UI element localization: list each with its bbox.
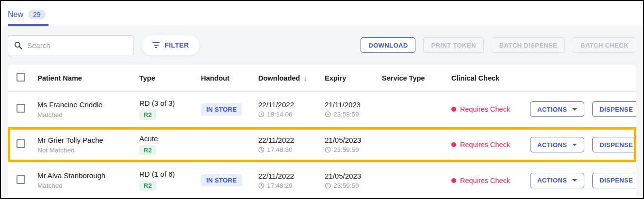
patient-name: Ms Francine Criddle <box>37 100 139 109</box>
print-token-button: PRINT TOKEN <box>423 37 483 53</box>
row-checkbox[interactable] <box>17 139 25 148</box>
expiry-time: 23:59:59 <box>333 111 359 118</box>
tab-bar: New 29 <box>1 1 643 26</box>
chevron-down-icon <box>572 144 577 146</box>
batch-check-button: BATCH CHECK <box>573 37 636 53</box>
clock-icon <box>325 111 331 117</box>
prescriptions-screen: New 29 FILTER DOWNLOAD PRINT TOKEN BATCH… <box>0 0 644 199</box>
sort-descending-icon[interactable]: ↓ <box>303 74 307 82</box>
column-header-type: Type <box>139 74 201 82</box>
downloaded-time: 18:14:06 <box>267 111 293 118</box>
type-badge: R2 <box>139 145 156 155</box>
prescription-type: RD (3 of 3) <box>139 99 201 107</box>
row-checkbox[interactable] <box>17 104 25 113</box>
match-status: Matched <box>37 182 139 189</box>
downloaded-date: 22/11/2022 <box>258 172 325 180</box>
actions-button[interactable]: ACTIONS <box>530 137 584 152</box>
patient-name: Mr Grier Tolly Pache <box>37 136 139 144</box>
table-row[interactable]: Ms Francine Criddle Matched RD (3 of 3) … <box>8 92 636 127</box>
clock-icon <box>325 147 331 153</box>
status-dot-icon <box>451 107 456 112</box>
status-dot-icon <box>451 142 456 147</box>
filter-button-label: FILTER <box>165 41 189 49</box>
search-input[interactable] <box>27 41 127 50</box>
column-header-patient-name: Patient Name <box>31 74 139 82</box>
clock-icon <box>258 147 264 153</box>
column-header-downloaded[interactable]: Downloaded↓ <box>258 74 325 82</box>
downloaded-time: 17:48:29 <box>267 182 293 189</box>
prescription-type: Acute <box>139 134 201 143</box>
search-box[interactable] <box>8 35 133 55</box>
dispense-button[interactable]: DISPENSE <box>592 137 636 152</box>
chevron-down-icon <box>572 108 577 111</box>
clock-icon <box>258 182 264 189</box>
table-row[interactable]: Mr Grier Tolly Pache Not Matched Acute R… <box>8 127 636 163</box>
handout-badge: IN STORE <box>201 103 242 116</box>
expiry-time: 23:59:59 <box>333 182 359 189</box>
status-dot-icon <box>451 178 456 183</box>
actions-button[interactable]: ACTIONS <box>530 173 584 188</box>
handout-badge: IN STORE <box>201 174 242 186</box>
column-header-expiry: Expiry <box>325 74 382 82</box>
dispense-button[interactable]: DISPENSE <box>592 173 636 188</box>
row-checkbox[interactable] <box>17 175 25 184</box>
downloaded-date: 22/11/2022 <box>258 100 325 109</box>
batch-dispense-button: BATCH DISPENSE <box>492 37 565 53</box>
toolbar: FILTER DOWNLOAD PRINT TOKEN BATCH DISPEN… <box>1 26 643 65</box>
downloaded-time: 17:48:30 <box>267 146 293 153</box>
clock-icon <box>325 182 331 189</box>
chevron-down-icon <box>572 179 577 182</box>
column-header-service-type: Service Type <box>382 74 451 82</box>
filter-button[interactable]: FILTER <box>142 35 199 55</box>
prescription-type: RD (1 of 6) <box>139 170 201 178</box>
match-status: Not Matched <box>37 147 139 154</box>
tab-new[interactable]: New 29 <box>8 4 49 26</box>
expiry-date: 21/05/2023 <box>325 172 382 180</box>
clinical-check-status: Requires Check <box>460 177 510 184</box>
clock-icon <box>258 111 264 117</box>
downloaded-date: 22/11/2022 <box>258 136 325 144</box>
tab-new-label: New <box>8 10 23 19</box>
prescriptions-table: Patient Name Type Handout Downloaded↓ Ex… <box>8 65 636 198</box>
search-icon <box>14 41 22 50</box>
patient-name: Mr Alva Stanborough <box>37 171 139 180</box>
select-all-checkbox[interactable] <box>17 73 25 82</box>
clinical-check-status: Requires Check <box>460 141 510 149</box>
dispense-button[interactable]: DISPENSE <box>592 101 636 117</box>
column-header-clinical-check: Clinical Check <box>451 74 530 82</box>
match-status: Matched <box>37 111 139 118</box>
actions-button[interactable]: ACTIONS <box>530 101 584 117</box>
column-header-handout: Handout <box>201 74 258 82</box>
expiry-date: 21/05/2023 <box>325 136 382 144</box>
table-row[interactable]: Mr Alva Stanborough Matched RD (1 of 6) … <box>8 163 636 198</box>
table-header-row: Patient Name Type Handout Downloaded↓ Ex… <box>8 65 636 92</box>
tab-new-count-badge: 29 <box>28 10 46 19</box>
download-button[interactable]: DOWNLOAD <box>361 37 415 53</box>
type-badge: R2 <box>139 110 156 120</box>
filter-icon <box>152 42 160 48</box>
clinical-check-status: Requires Check <box>460 105 510 113</box>
expiry-time: 23:59:59 <box>333 146 359 153</box>
type-badge: R2 <box>139 181 156 191</box>
expiry-date: 21/11/2023 <box>325 100 382 109</box>
toolbar-actions: DOWNLOAD PRINT TOKEN BATCH DISPENSE BATC… <box>361 37 636 53</box>
